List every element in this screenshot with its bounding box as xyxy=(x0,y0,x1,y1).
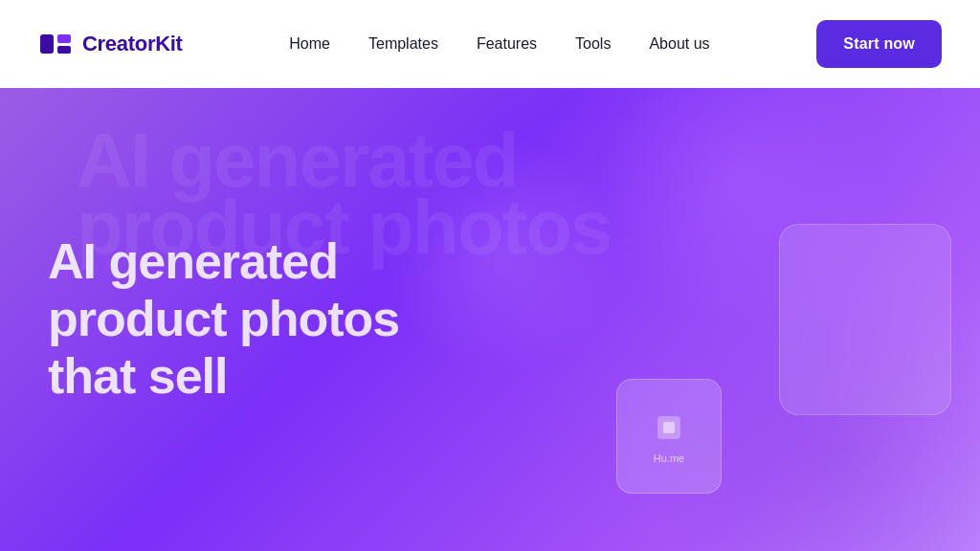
svg-rect-1 xyxy=(57,34,71,43)
nav-item-tools[interactable]: Tools xyxy=(575,35,611,53)
nav-item-about[interactable]: About us xyxy=(649,35,709,53)
logo-icon xyxy=(38,27,73,61)
nav-item-templates[interactable]: Templates xyxy=(368,35,438,53)
product-icon xyxy=(650,408,688,447)
nav-link-features[interactable]: Features xyxy=(477,35,537,52)
navbar: CreatorKit Home Templates Features Tools… xyxy=(0,0,980,88)
start-now-button[interactable]: Start now xyxy=(816,20,942,68)
nav-link-tools[interactable]: Tools xyxy=(575,35,611,52)
headline-line3: that sell xyxy=(48,348,228,404)
hero-section: AI generated product photos AI generated… xyxy=(0,88,980,551)
nav-link-templates[interactable]: Templates xyxy=(368,35,438,52)
product-card-label: Hu.me xyxy=(654,452,684,464)
nav-item-home[interactable]: Home xyxy=(289,35,330,53)
svg-rect-0 xyxy=(40,34,54,54)
logo-text: CreatorKit xyxy=(82,32,183,56)
headline-line1: AI generated xyxy=(48,233,338,289)
product-card: Hu.me xyxy=(616,379,722,494)
svg-rect-4 xyxy=(663,422,675,433)
headline-line2: product photos xyxy=(48,291,399,346)
nav-link-home[interactable]: Home xyxy=(289,35,330,52)
svg-rect-2 xyxy=(57,46,71,54)
nav-link-about[interactable]: About us xyxy=(649,35,709,52)
floating-product xyxy=(779,224,951,415)
nav-item-features[interactable]: Features xyxy=(477,35,537,53)
logo[interactable]: CreatorKit xyxy=(38,27,183,61)
nav-links: Home Templates Features Tools About us xyxy=(289,35,709,53)
hero-headline: AI generated product photos that sell xyxy=(48,233,399,405)
